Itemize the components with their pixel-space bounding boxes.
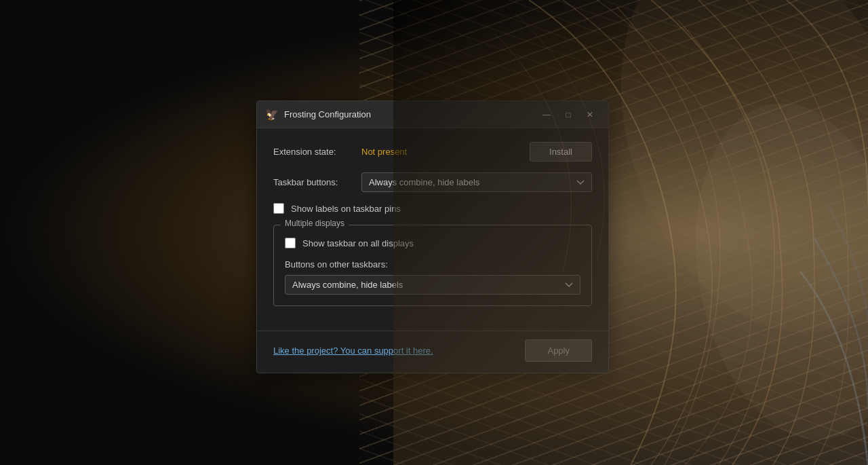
taskbar-buttons-select[interactable]: Always combine, hide labels Combine when… [361, 172, 592, 192]
taskbar-buttons-label: Taskbar buttons: [273, 177, 361, 187]
app-icon: 🦅 [265, 108, 279, 122]
buttons-other-select[interactable]: Always combine, hide labels Combine when… [285, 275, 580, 295]
dialog-content: Extension state: Not present Install Tas… [257, 128, 608, 331]
buttons-other-label: Buttons on other taskbars: [285, 259, 580, 269]
titlebar-buttons: — □ ✕ [536, 107, 600, 123]
minimize-button[interactable]: — [536, 107, 557, 123]
show-labels-label: Show labels on taskbar pins [291, 204, 401, 214]
extension-state-value: Not present [361, 147, 530, 157]
extension-state-row: Extension state: Not present Install [273, 142, 592, 162]
show-labels-checkbox[interactable] [273, 203, 284, 214]
show-taskbar-all-label: Show taskbar on all displays [302, 238, 414, 248]
extension-state-label: Extension state: [273, 147, 361, 157]
dialog-title: Frosting Configuration [284, 109, 536, 119]
show-taskbar-all-row: Show taskbar on all displays [285, 238, 580, 248]
group-legend: Multiple displays [281, 219, 349, 228]
show-taskbar-all-checkbox[interactable] [285, 238, 296, 248]
show-labels-row: Show labels on taskbar pins [273, 203, 592, 214]
group-content: Show taskbar on all displays Buttons on … [285, 238, 580, 295]
multiple-displays-group: Multiple displays Show taskbar on all di… [273, 225, 592, 306]
maximize-button[interactable]: □ [558, 107, 578, 123]
install-button[interactable]: Install [530, 142, 592, 162]
dialog-footer: Like the project? You can support it her… [257, 331, 608, 373]
apply-button[interactable]: Apply [525, 339, 592, 362]
support-link[interactable]: Like the project? You can support it her… [273, 346, 433, 356]
dialog-container: 🦅 Frosting Configuration — □ ✕ Extension… [256, 100, 609, 373]
taskbar-buttons-row: Taskbar buttons: Always combine, hide la… [273, 172, 592, 192]
close-button[interactable]: ✕ [580, 107, 600, 123]
dialog-titlebar: 🦅 Frosting Configuration — □ ✕ [257, 101, 608, 128]
